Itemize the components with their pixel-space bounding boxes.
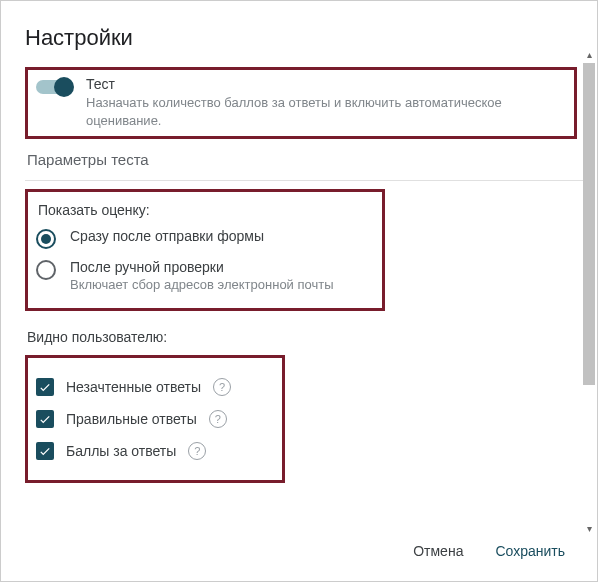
checkbox-row-missed: Незачтенные ответы ? — [36, 378, 274, 396]
dialog-actions: Отмена Сохранить — [1, 521, 597, 581]
checkbox-label: Баллы за ответы — [66, 443, 176, 459]
release-grade-title: Показать оценку: — [38, 202, 374, 218]
quiz-toggle[interactable] — [36, 80, 72, 94]
quiz-toggle-label: Тест — [86, 76, 566, 92]
checkbox-label: Незачтенные ответы — [66, 379, 201, 395]
divider — [25, 180, 589, 181]
radio-icon — [36, 229, 56, 249]
radio-description: Включает сбор адресов электронной почты — [70, 277, 334, 292]
highlight-release-grade: Показать оценку: Сразу после отправки фо… — [25, 189, 385, 311]
respondent-view-title: Видно пользователю: — [27, 329, 589, 345]
checkbox-row-correct: Правильные ответы ? — [36, 410, 274, 428]
radio-text: Сразу после отправки формы — [70, 228, 264, 244]
scrollbar-thumb[interactable] — [583, 63, 595, 385]
radio-label: Сразу после отправки формы — [70, 228, 264, 244]
highlight-respondent-view: Незачтенные ответы ? Правильные ответы ?… — [25, 355, 285, 483]
dialog-title: Настройки — [1, 25, 597, 67]
help-icon[interactable]: ? — [209, 410, 227, 428]
quiz-params-title: Параметры теста — [27, 151, 589, 168]
help-icon[interactable]: ? — [188, 442, 206, 460]
radio-option-manual[interactable]: После ручной проверки Включает сбор адре… — [36, 259, 374, 292]
settings-dialog: Настройки Тест Назначать количество балл… — [1, 1, 597, 581]
checkbox-points[interactable] — [36, 442, 54, 460]
checkbox-row-points: Баллы за ответы ? — [36, 442, 274, 460]
cancel-button[interactable]: Отмена — [401, 535, 475, 567]
radio-icon — [36, 260, 56, 280]
scroll-up-arrow[interactable]: ▴ — [583, 49, 595, 61]
check-icon — [38, 444, 52, 458]
toggle-knob — [54, 77, 74, 97]
checkbox-missed[interactable] — [36, 378, 54, 396]
check-icon — [38, 412, 52, 426]
quiz-toggle-text: Тест Назначать количество баллов за отве… — [86, 76, 566, 130]
quiz-toggle-description: Назначать количество баллов за ответы и … — [86, 94, 566, 130]
scroll-down-arrow[interactable]: ▾ — [583, 523, 595, 535]
save-button[interactable]: Сохранить — [483, 535, 577, 567]
scrollbar[interactable] — [581, 63, 597, 523]
highlight-quiz-toggle: Тест Назначать количество баллов за отве… — [25, 67, 577, 139]
checkbox-label: Правильные ответы — [66, 411, 197, 427]
check-icon — [38, 380, 52, 394]
checkbox-correct[interactable] — [36, 410, 54, 428]
quiz-toggle-row: Тест Назначать количество баллов за отве… — [36, 76, 566, 130]
radio-option-immediate[interactable]: Сразу после отправки формы — [36, 228, 374, 249]
dialog-content: Тест Назначать количество баллов за отве… — [1, 67, 597, 521]
help-icon[interactable]: ? — [213, 378, 231, 396]
radio-text: После ручной проверки Включает сбор адре… — [70, 259, 334, 292]
radio-label: После ручной проверки — [70, 259, 334, 275]
